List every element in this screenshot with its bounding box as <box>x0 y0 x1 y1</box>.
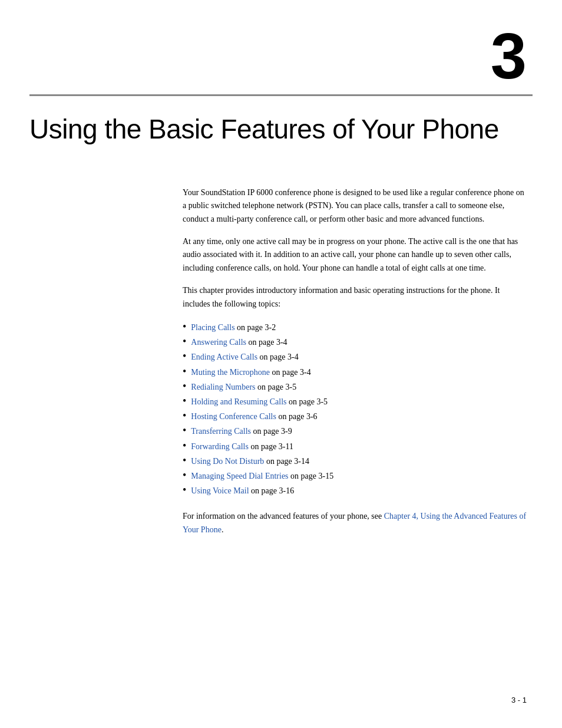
list-item-suffix: on page 3-11 <box>249 442 293 451</box>
list-item: • Redialing Numbers on page 3-5 <box>183 380 527 394</box>
list-item-text: Answering Calls on page 3-4 <box>191 335 287 350</box>
list-item-suffix: on page 3-5 <box>256 383 297 391</box>
list-item-text: Ending Active Calls on page 3-4 <box>191 350 298 364</box>
bullet-icon: • <box>183 455 186 466</box>
bullet-icon: • <box>183 425 186 436</box>
chapter-title: Using the Basic Features of Your Phone <box>29 114 533 145</box>
list-item-text: Hosting Conference Calls on page 3-6 <box>191 409 317 424</box>
bullet-icon: • <box>183 440 186 451</box>
list-item: • Muting the Microphone on page 3-4 <box>183 365 527 380</box>
placing-calls-link[interactable]: Placing Calls <box>191 323 234 332</box>
bullet-icon: • <box>183 410 186 421</box>
list-item-suffix: on page 3-4 <box>246 338 287 347</box>
chapter-title-area: Using the Basic Features of Your Phone <box>0 96 562 151</box>
list-item-suffix: on page 3-5 <box>286 397 328 406</box>
answering-calls-link[interactable]: Answering Calls <box>191 338 246 347</box>
topics-list: • Placing Calls on page 3-2 • Answering … <box>183 320 527 498</box>
list-item: • Using Do Not Disturb on page 3-14 <box>183 454 527 469</box>
list-item-suffix: on page 3-6 <box>276 412 318 421</box>
list-item-text: Transferring Calls on page 3-9 <box>191 424 292 439</box>
list-item: • Placing Calls on page 3-2 <box>183 320 527 335</box>
list-item-suffix: on page 3-4 <box>257 353 299 361</box>
list-item-suffix: on page 3-9 <box>251 427 292 436</box>
list-item-suffix: on page 3-15 <box>289 472 334 480</box>
list-item-text: Placing Calls on page 3-2 <box>191 320 276 335</box>
list-item-text: Using Voice Mail on page 3-16 <box>191 483 294 498</box>
list-item: • Using Voice Mail on page 3-16 <box>183 483 527 498</box>
paragraph-1: Your SoundStation IP 6000 conference pho… <box>183 186 527 226</box>
muting-microphone-link[interactable]: Muting the Microphone <box>191 368 270 377</box>
paragraph-3: This chapter provides introductory infor… <box>183 284 527 311</box>
bullet-icon: • <box>183 366 186 377</box>
do-not-disturb-link[interactable]: Using Do Not Disturb <box>191 457 264 466</box>
list-item: • Answering Calls on page 3-4 <box>183 335 527 350</box>
redialing-numbers-link[interactable]: Redialing Numbers <box>191 383 255 391</box>
footer-paragraph: For information on the advanced features… <box>183 510 527 536</box>
chapter-number-area: 3 <box>0 0 562 94</box>
forwarding-calls-link[interactable]: Forwarding Calls <box>191 442 249 451</box>
bullet-icon: • <box>183 351 186 361</box>
list-item: • Transferring Calls on page 3-9 <box>183 424 527 439</box>
bullet-icon: • <box>183 321 186 332</box>
bullet-icon: • <box>183 336 186 347</box>
bullet-icon: • <box>183 470 186 480</box>
paragraph-2: At any time, only one active call may be… <box>183 235 527 275</box>
bullet-icon: • <box>183 485 186 495</box>
list-item-text: Managing Speed Dial Entries on page 3-15 <box>191 469 333 483</box>
list-item-suffix: on page 3-14 <box>264 457 309 466</box>
page-number: 3 - 1 <box>511 696 527 704</box>
speed-dial-entries-link[interactable]: Managing Speed Dial Entries <box>191 472 288 480</box>
list-item-suffix: on page 3-4 <box>270 368 311 377</box>
list-item: • Ending Active Calls on page 3-4 <box>183 350 527 364</box>
list-item: • Holding and Resuming Calls on page 3-5 <box>183 394 527 409</box>
list-item-text: Forwarding Calls on page 3-11 <box>191 439 293 454</box>
list-item: • Managing Speed Dial Entries on page 3-… <box>183 469 527 483</box>
holding-resuming-calls-link[interactable]: Holding and Resuming Calls <box>191 397 286 406</box>
list-item-text: Muting the Microphone on page 3-4 <box>191 365 310 380</box>
list-item: • Hosting Conference Calls on page 3-6 <box>183 409 527 424</box>
list-item-suffix: on page 3-2 <box>235 323 276 332</box>
hosting-conference-calls-link[interactable]: Hosting Conference Calls <box>191 412 276 421</box>
list-item-text: Using Do Not Disturb on page 3-14 <box>191 454 309 469</box>
list-item-text: Holding and Resuming Calls on page 3-5 <box>191 394 328 409</box>
list-item: • Forwarding Calls on page 3-11 <box>183 439 527 454</box>
list-item-suffix: on page 3-16 <box>249 486 295 495</box>
page-container: 3 Using the Basic Features of Your Phone… <box>0 0 562 728</box>
transferring-calls-link[interactable]: Transferring Calls <box>191 427 251 436</box>
ending-active-calls-link[interactable]: Ending Active Calls <box>191 353 257 361</box>
bullet-icon: • <box>183 381 186 391</box>
footer-text-suffix: . <box>222 525 224 534</box>
chapter-number: 3 <box>491 24 527 88</box>
bullet-icon: • <box>183 396 186 406</box>
main-content: Your SoundStation IP 6000 conference pho… <box>0 151 562 569</box>
list-item-text: Redialing Numbers on page 3-5 <box>191 380 296 394</box>
voice-mail-link[interactable]: Using Voice Mail <box>191 486 249 495</box>
footer-text-prefix: For information on the advanced features… <box>183 512 384 521</box>
